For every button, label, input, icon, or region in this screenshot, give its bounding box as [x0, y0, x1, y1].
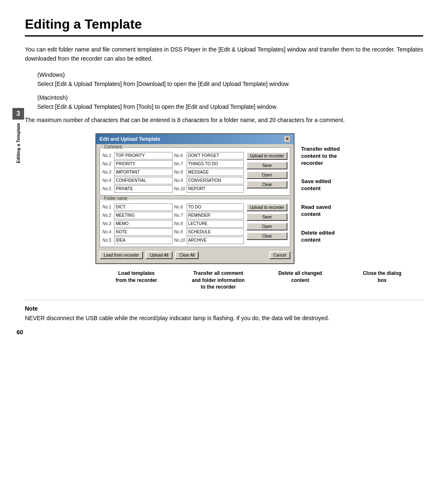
- comment-num-1: No.1: [102, 153, 114, 158]
- comment-num-9: No.9: [174, 178, 187, 183]
- comment-num-4: No.4: [102, 178, 114, 183]
- chapter-indicator: 3 Editing a Template: [12, 108, 24, 163]
- folder-num-5: No.5: [102, 238, 114, 242]
- folder-num-7: No.7: [174, 213, 187, 218]
- folder-num-4: No.4: [102, 230, 114, 234]
- folder-buttons: Upload to recorder Save Open Clear: [246, 203, 287, 245]
- comment-row-2: No.2 PRIORITY: [102, 160, 173, 168]
- folder-section: Folder name No.1 DICT. No.2 MEETING: [100, 199, 290, 247]
- comment-field-5[interactable]: PRIVATE: [114, 185, 173, 193]
- annotation-transfer-edited: Transfer editedcontent to therecorder: [301, 146, 340, 167]
- dialog-window: Edit and Upload Template ✕ Comment No.1 …: [95, 133, 295, 264]
- comment-save-button[interactable]: Save: [246, 162, 287, 169]
- folder-num-6: No.6: [174, 205, 187, 209]
- macintosh-section: (Macintosh) Select [Edit & Upload Templa…: [37, 93, 423, 112]
- comment-field-6[interactable]: DON'T FORGET: [187, 152, 244, 159]
- folder-field-10[interactable]: ARCHIVE: [187, 237, 244, 244]
- comment-field-3[interactable]: IMPORTANT: [114, 169, 173, 176]
- bottom-ann-close: Close the dialogbox: [341, 270, 424, 291]
- folder-row-8: No.8 LECTURE: [174, 220, 244, 228]
- comment-grid-with-buttons: No.1 TOP PRIORITY No.2 PRIORITY No.3 IMP…: [102, 152, 287, 193]
- comment-field-1[interactable]: TOP PRIORITY: [114, 152, 173, 159]
- folder-row-2: No.2 MEETING: [102, 212, 173, 219]
- bottom-annotations-area: Load templatesfrom the recorder Transfer…: [95, 270, 423, 291]
- comment-num-10: No.10: [174, 186, 187, 191]
- comment-num-6: No.6: [174, 153, 187, 158]
- comment-label: Comment: [102, 144, 124, 149]
- folder-num-2: No.2: [102, 213, 114, 218]
- comment-upload-button[interactable]: Upload to recorder: [246, 152, 287, 160]
- windows-text: Select [Edit & Upload Templates] from [D…: [37, 79, 423, 88]
- comment-open-button[interactable]: Open: [246, 171, 287, 179]
- load-from-recorder-button[interactable]: Load from recorder: [100, 251, 143, 259]
- comment-section: Comment No.1 TOP PRIORITY No.2 PRIORITY: [100, 147, 290, 196]
- comment-num-8: No.8: [174, 170, 187, 174]
- dialog-body: Comment No.1 TOP PRIORITY No.2 PRIORITY: [96, 144, 294, 263]
- comment-field-8[interactable]: MESSAGE: [187, 169, 244, 176]
- folder-open-button[interactable]: Open: [246, 223, 287, 230]
- folder-upload-button[interactable]: Upload to recorder: [246, 203, 287, 211]
- comment-field-9[interactable]: CONVERSATION: [187, 177, 244, 184]
- folder-grid-with-buttons: No.1 DICT. No.2 MEETING No.3 MEMO: [102, 203, 287, 245]
- folder-field-4[interactable]: NOTE: [114, 228, 173, 236]
- folder-row-5: No.5 IDEA: [102, 237, 173, 244]
- comment-row-4: No.4 CONFIDENTIAL: [102, 177, 173, 184]
- intro-paragraph1: You can edit folder name and file commen…: [25, 45, 423, 64]
- dialog-close-button[interactable]: ✕: [284, 136, 290, 142]
- bottom-ann-transfer-all: Transfer all commentand folder informati…: [178, 270, 260, 291]
- folder-row-1: No.1 DICT.: [102, 203, 173, 211]
- note-title: Note: [25, 305, 423, 312]
- upload-all-button[interactable]: Upload All: [146, 251, 173, 259]
- comment-row-6: No.6 DON'T FORGET: [174, 152, 244, 159]
- comment-field-7[interactable]: THINGS TO DO: [187, 160, 244, 168]
- comment-num-7: No.7: [174, 162, 187, 166]
- folder-field-6[interactable]: TO DO: [187, 203, 244, 211]
- comment-field-2[interactable]: PRIORITY: [114, 160, 173, 168]
- folder-field-2[interactable]: MEETING: [114, 212, 173, 219]
- comment-num-3: No.3: [102, 170, 114, 174]
- folder-clear-button[interactable]: Clear: [246, 232, 287, 240]
- folder-num-10: No.10: [174, 238, 187, 242]
- folder-left-col: No.1 DICT. No.2 MEETING No.3 MEMO: [102, 203, 173, 245]
- folder-field-3[interactable]: MEMO: [114, 220, 173, 228]
- folder-save-button[interactable]: Save: [246, 213, 287, 221]
- folder-num-8: No.8: [174, 221, 187, 226]
- folder-num-9: No.9: [174, 230, 187, 234]
- macintosh-label: (Macintosh): [37, 93, 423, 102]
- comment-right-col: No.6 DON'T FORGET No.7 THINGS TO DO No.8…: [174, 152, 244, 193]
- folder-field-5[interactable]: IDEA: [114, 237, 173, 244]
- folder-field-9[interactable]: SCHEDULE: [187, 228, 244, 236]
- comment-row-10: No.10 REPORT: [174, 185, 244, 193]
- comment-field-4[interactable]: CONFIDENTIAL: [114, 177, 173, 184]
- folder-row-9: No.9 SCHEDULE: [174, 228, 244, 236]
- bottom-ann-load: Load templatesfrom the recorder: [95, 270, 178, 291]
- dialog-titlebar: Edit and Upload Template ✕: [96, 134, 294, 144]
- comment-buttons: Upload to recorder Save Open Clear: [246, 152, 287, 193]
- folder-right-col: No.6 TO DO No.7 REMINDER No.8 LECTURE: [174, 203, 244, 245]
- max-chars-text: The maximum number of characters that ca…: [25, 115, 423, 125]
- folder-field-7[interactable]: REMINDER: [187, 212, 244, 219]
- folder-num-1: No.1: [102, 205, 114, 209]
- comment-row-8: No.8 MESSAGE: [174, 169, 244, 176]
- folder-row-4: No.4 NOTE: [102, 228, 173, 236]
- annotation-read-saved: Read savedcontent: [301, 204, 340, 218]
- page-number: 60: [17, 329, 23, 336]
- comment-field-10[interactable]: REPORT: [187, 185, 244, 193]
- comment-num-5: No.5: [102, 186, 114, 191]
- clear-all-button[interactable]: Clear All: [175, 251, 199, 259]
- annotation-save-edited: Save editedcontent: [301, 178, 340, 192]
- dialog-area: Edit and Upload Template ✕ Comment No.1 …: [95, 133, 423, 264]
- note-section: Note NEVER disconnect the USB cable whil…: [25, 305, 423, 323]
- comment-row-3: No.3 IMPORTANT: [102, 169, 173, 176]
- comment-row-1: No.1 TOP PRIORITY: [102, 152, 173, 159]
- cancel-button[interactable]: Cancel: [269, 251, 290, 259]
- comment-row-9: No.9 CONVERSATION: [174, 177, 244, 184]
- folder-field-1[interactable]: DICT.: [114, 203, 173, 211]
- windows-section: (Windows) Select [Edit & Upload Template…: [37, 70, 423, 89]
- right-annotations: Transfer editedcontent to therecorder Sa…: [301, 133, 340, 264]
- folder-row-10: No.10 ARCHIVE: [174, 237, 244, 244]
- folder-field-8[interactable]: LECTURE: [187, 220, 244, 228]
- dotted-rule: [25, 300, 423, 300]
- dialog-bottom-buttons: Load from recorder Upload All Clear All …: [100, 250, 290, 260]
- comment-clear-button[interactable]: Clear: [246, 181, 287, 189]
